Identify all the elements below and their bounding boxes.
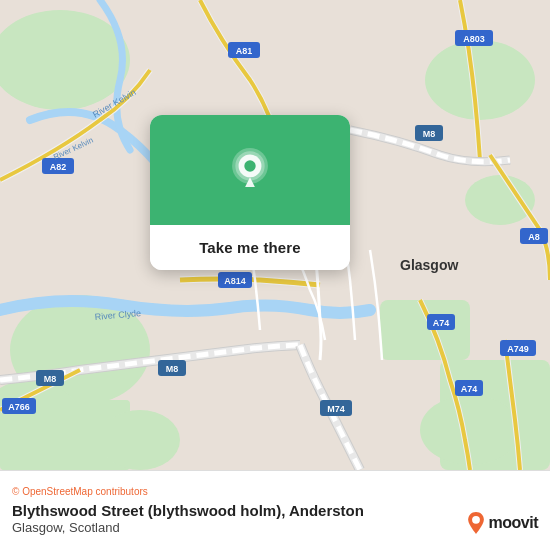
location-name: Blythswood Street (blythswood holm), And… bbox=[12, 501, 538, 521]
svg-point-44 bbox=[244, 160, 255, 171]
svg-text:M8: M8 bbox=[166, 364, 179, 374]
attribution-text: © OpenStreetMap contributors bbox=[12, 486, 148, 497]
svg-point-46 bbox=[472, 516, 480, 524]
svg-text:M8: M8 bbox=[44, 374, 57, 384]
take-me-there-button[interactable]: Take me there bbox=[150, 225, 350, 270]
svg-text:Glasgow: Glasgow bbox=[400, 257, 458, 273]
svg-point-3 bbox=[465, 175, 535, 225]
svg-text:A766: A766 bbox=[8, 402, 30, 412]
svg-text:A81: A81 bbox=[236, 46, 253, 56]
info-bar: © OpenStreetMap contributors Blythswood … bbox=[0, 470, 550, 550]
moovit-logo: moovit bbox=[465, 512, 538, 534]
popup-card: Take me there bbox=[150, 115, 350, 270]
popup-map-area bbox=[150, 115, 350, 225]
svg-text:A74: A74 bbox=[433, 318, 450, 328]
map-container: A82 A81 A803 M8 A8 M8 M8 M74 A814 A74 A7… bbox=[0, 0, 550, 470]
svg-point-9 bbox=[100, 410, 180, 470]
attribution: © OpenStreetMap contributors bbox=[12, 486, 538, 497]
svg-text:M74: M74 bbox=[327, 404, 345, 414]
svg-text:A814: A814 bbox=[224, 276, 246, 286]
moovit-pin-icon bbox=[465, 512, 487, 534]
location-sub: Glasgow, Scotland bbox=[12, 520, 538, 535]
svg-point-2 bbox=[425, 40, 535, 120]
svg-text:A8: A8 bbox=[528, 232, 540, 242]
svg-text:A803: A803 bbox=[463, 34, 485, 44]
svg-text:M8: M8 bbox=[423, 129, 436, 139]
location-pin-icon bbox=[228, 148, 272, 192]
svg-text:A82: A82 bbox=[50, 162, 67, 172]
moovit-brand-text: moovit bbox=[489, 514, 538, 532]
svg-text:A74: A74 bbox=[461, 384, 478, 394]
svg-text:A749: A749 bbox=[507, 344, 529, 354]
